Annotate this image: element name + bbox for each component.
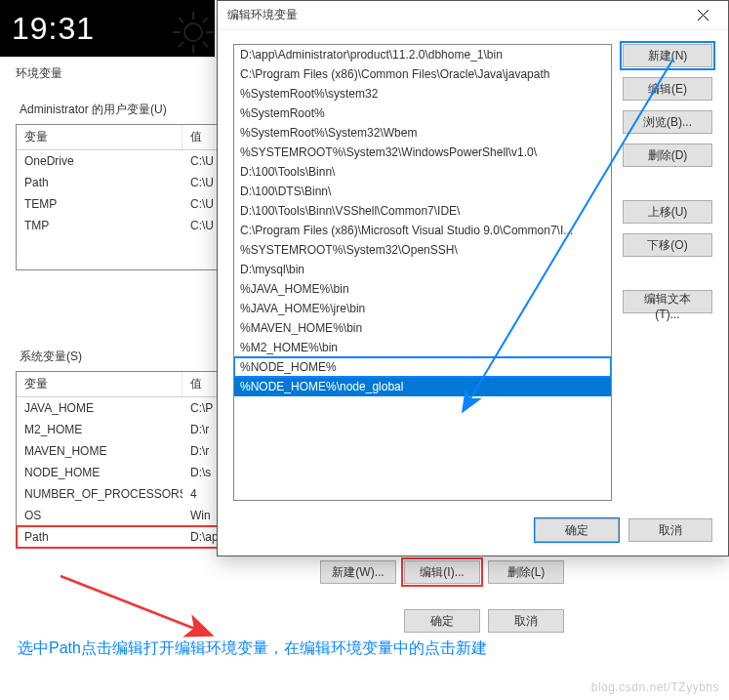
new-sysvar-button[interactable]: 新建(W)... [320,560,396,584]
edit-sysvar-button[interactable]: 编辑(I)... [404,560,480,584]
path-item[interactable]: C:\Program Files (x86)\Microsoft Visual … [234,221,611,240]
var-name: NUMBER_OF_PROCESSORS [17,485,182,503]
annotation-text: 选中Path点击编辑打开编辑环境变量，在编辑环境变量中的点击新建 [18,638,487,659]
path-item[interactable]: C:\Program Files (x86)\Common Files\Orac… [234,64,611,84]
watermark: blog.csdn.net/TZyybhs [591,680,719,694]
var-name: NODE_HOME [17,464,182,481]
path-item[interactable]: %JAVA_HOME%\jre\bin [234,299,611,318]
var-name: JAVA_HOME [17,399,182,417]
var-name: MAVEN_HOME [17,442,182,460]
var-name: TEMP [17,195,182,213]
path-item[interactable]: D:\100\Tools\Binn\VSShell\Common7\IDE\ [234,201,611,221]
path-item[interactable]: %SystemRoot%\system32 [234,84,611,103]
var-name: M2_HOME [17,421,182,438]
path-item[interactable]: %M2_HOME%\bin [234,338,611,357]
path-item[interactable]: D:\100\DTS\Binn\ [234,182,611,201]
dialog-footer: 确定 取消 [535,518,712,542]
path-item[interactable]: %SYSTEMROOT%\System32\WindowsPowerShell\… [234,143,611,162]
close-icon [698,10,709,21]
col-var: 变量 [17,372,182,396]
path-item[interactable] [234,377,611,396]
edit-env-dialog: 编辑环境变量 D:\app\Administrator\product\11.2… [217,0,729,556]
path-edit-input[interactable] [234,377,611,396]
dialog-ok-button[interactable]: 确定 [535,518,619,542]
dialog-title: 编辑环境变量 [227,7,298,23]
path-item[interactable]: %SystemRoot%\System32\Wbem [234,123,611,143]
close-button[interactable] [683,2,722,29]
var-name: OneDrive [17,152,182,170]
path-item[interactable]: D:\mysql\bin [234,260,611,279]
dialog-cancel-button[interactable]: 取消 [628,518,712,542]
delete-entry-button[interactable]: 删除(D) [623,144,712,167]
edit-entry-button[interactable]: 编辑(E) [623,77,712,101]
envwin-cancel-button[interactable]: 取消 [488,609,564,633]
path-item[interactable]: %JAVA_HOME%\bin [234,279,611,299]
browse-button[interactable]: 浏览(B)... [623,110,712,134]
path-item[interactable]: %SYSTEMROOT%\System32\OpenSSH\ [234,240,611,260]
path-item[interactable]: D:\100\Tools\Binn\ [234,162,611,182]
envwin-ok-button[interactable]: 确定 [404,609,480,633]
desktop-topbar: 19:31 [0,0,215,57]
col-var: 变量 [17,125,182,149]
new-entry-button[interactable]: 新建(N) [623,44,712,67]
path-item[interactable]: D:\app\Administrator\product\11.2.0\dbho… [234,45,611,64]
move-down-button[interactable]: 下移(O) [623,233,712,257]
path-item[interactable]: %SystemRoot% [234,103,611,123]
move-up-button[interactable]: 上移(U) [623,200,712,224]
edit-text-button[interactable]: 编辑文本(T)... [623,290,712,313]
envwin-footer: 确定 取消 [16,609,570,633]
dialog-side-buttons: 新建(N) 编辑(E) 浏览(B)... 删除(D) 上移(U) 下移(O) 编… [623,44,712,313]
var-name: OS [17,507,182,524]
var-name: Path [17,174,182,191]
path-item[interactable]: %MAVEN_HOME%\bin [234,318,611,338]
delete-sysvar-button[interactable]: 删除(L) [488,560,564,584]
path-list[interactable]: D:\app\Administrator\product\11.2.0\dbho… [233,44,612,501]
sys-btn-row: 新建(W)... 编辑(I)... 删除(L) [16,560,570,584]
var-name: TMP [17,217,182,234]
clock-time: 19:31 [12,11,95,47]
dialog-body: D:\app\Administrator\product\11.2.0\dbho… [218,30,728,556]
var-name: Path [17,528,182,546]
path-item[interactable]: %NODE_HOME% [234,357,611,377]
dialog-titlebar[interactable]: 编辑环境变量 [218,1,728,30]
